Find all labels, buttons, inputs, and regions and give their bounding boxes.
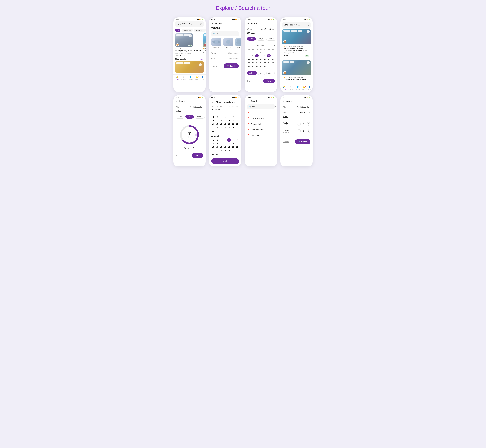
nav-mytrips-8[interactable]: 🧳 My trips [296, 86, 300, 90]
nav-profile[interactable]: 👤 Profile [201, 76, 204, 80]
nav-inbox-8[interactable]: 🔔 Inbox [302, 86, 305, 90]
new-badge: New [305, 55, 309, 56]
july-5-selected[interactable]: 5 [227, 138, 231, 142]
card-image-2: Beach ♥ S [203, 33, 206, 47]
nav-profile-8[interactable]: 👤 Profile [308, 86, 311, 90]
result-card-1[interactable]: Excursion Mountains Cities ♡ E ★ 5.0 (85… [282, 29, 311, 58]
tab-days-5[interactable]: Days [186, 115, 194, 119]
next-button-5[interactable]: Next [192, 153, 203, 158]
cal-day-7-selected[interactable]: 7 [255, 54, 259, 57]
days-picker: 7 days Starting July 1, 2025 Edit [173, 125, 206, 152]
days-handle[interactable] [195, 133, 197, 136]
when-row[interactable]: When Choose period [209, 50, 241, 56]
tab-flexible[interactable]: Flexible [266, 37, 276, 40]
day-options: Exact days + 1 day + 2 days [245, 70, 277, 77]
compass-icon-8: 🧭 [283, 86, 285, 88]
back-button-4[interactable]: ← [247, 22, 249, 25]
cal-prev[interactable]: ‹ [247, 44, 248, 46]
tab-flexible-5[interactable]: Flexible [195, 115, 205, 119]
popular-card[interactable]: Excursion Mountains ♥ [175, 61, 204, 73]
nav-wishlists-8[interactable]: ♡ Wishlists [288, 86, 293, 90]
result-card-2[interactable]: Beaches Cities ♡ O ★ 4.9 (605) Amalfi Co… [282, 60, 311, 83]
screen-header-4: ← Search [245, 21, 277, 26]
filter-button[interactable]: ⊞ [200, 23, 202, 25]
search-button-2[interactable]: 🔍 Search [224, 64, 239, 68]
back-button-7[interactable]: ← [283, 100, 285, 103]
who-row[interactable]: Who Add travelers [209, 56, 241, 61]
tag-excursion: Excursion [176, 34, 183, 36]
children-row: Children Ades 2-12 − 0 + [283, 127, 310, 135]
result-item-2[interactable]: 📍 Amalfi Coast, Italy [247, 116, 275, 121]
search-bar-results[interactable]: Amalfi Coast, Italy Jul 5-11 (2 days) • … [282, 22, 311, 28]
tab-beaches[interactable]: 🏖Beaches [181, 29, 193, 32]
modal-cal-headers: Mo Tu We Th Fr Sa Su [209, 105, 241, 107]
result-item-1[interactable]: 📍 Italy [247, 110, 275, 116]
days-circle[interactable]: 7 days [179, 125, 200, 145]
avatar-1: O [176, 43, 179, 46]
destination-input[interactable] [217, 33, 238, 35]
tab-mountains[interactable]: ⛰Mountains [194, 29, 206, 32]
apply-button[interactable]: Apply [211, 158, 239, 164]
adults-minus-btn[interactable]: − [297, 122, 301, 126]
status-bar-3: 09:25 ▮▮▮ 📶 🔋 [245, 95, 277, 99]
phone-screen-8: 09:25 ▮▮▮ 📶 🔋 Amalfi Coast, Italy Jul 5-… [280, 17, 313, 92]
clear-all-button[interactable]: Clear all [211, 65, 218, 67]
adults-plus-btn[interactable]: + [307, 122, 310, 126]
wishlist-btn-r1[interactable]: ♡ [307, 30, 310, 33]
result-item-3[interactable]: 📍 Florence, Italy [247, 121, 275, 127]
nav-wishlists[interactable]: ♡ Wishlists [181, 76, 186, 80]
tab-all[interactable]: All [175, 29, 180, 32]
edit-link[interactable]: Edit [196, 147, 198, 149]
result-item-4[interactable]: 📍 Lake Como, Italy [247, 127, 275, 132]
nav-inbox[interactable]: 🔔 Inbox [195, 76, 198, 80]
destination-search[interactable]: 🔍 [211, 31, 239, 36]
nav-mytrips[interactable]: 🧳 My trips [189, 76, 193, 80]
map-option-anywhere[interactable]: Anywhere [211, 38, 221, 48]
cal-next[interactable]: › [274, 44, 275, 46]
nav-explore[interactable]: 🧭 Explore [175, 76, 179, 80]
date-type-tabs: Dates Days Flexible [247, 37, 275, 40]
back-button-5[interactable]: ← [176, 100, 178, 103]
active-search-row[interactable]: 🔍 ✕ [247, 104, 275, 109]
status-bar-4: 09:25 ▮▮▮ 📶 🔋 [245, 17, 277, 21]
cal-day-10-selected[interactable]: 10 [267, 54, 271, 57]
modal-close-button[interactable]: ✕ [211, 101, 213, 104]
children-plus-btn[interactable]: + [307, 129, 310, 133]
clear-search-button[interactable]: ✕ [275, 106, 276, 108]
wishlist-button-1[interactable]: ♡ [189, 34, 192, 37]
see-all-link[interactable]: See all [199, 58, 204, 60]
map-option-europe[interactable]: Europe [223, 38, 233, 48]
back-button-2[interactable]: ← [211, 22, 214, 25]
status-bar-8: 09:25 ▮▮▮ 📶 🔋 [280, 17, 313, 21]
nav-explore-8[interactable]: 🧭 Explore [282, 86, 286, 90]
skip-button-4[interactable]: Skip [247, 80, 250, 82]
discount-badge-1: -18% [188, 45, 192, 46]
search-bar[interactable]: 🔍 Where to go? Choose period • Add trave… [175, 21, 204, 27]
location-icon-4: 📍 [247, 128, 250, 131]
result-item-5[interactable]: 📍 Milan, Italy [247, 132, 275, 138]
clear-all-button-7[interactable]: Clear all [283, 141, 289, 143]
tab-days[interactable]: Days [257, 37, 265, 40]
tour-card-2[interactable]: Beach ♥ S ★ 4.8 Sri Lanka... $1... [203, 33, 206, 56]
june-grid: 1 2 3 4 5 6 7 8 9 10 11 12 13 14 15 16 1… [211, 112, 239, 133]
plus-2-days-btn[interactable]: + 2 days [266, 71, 275, 75]
children-minus-btn[interactable]: − [297, 129, 301, 133]
compass-icon: 🧭 [175, 76, 178, 78]
filter-icon-results[interactable]: ⊞ [308, 24, 309, 26]
back-button-3[interactable]: ← [247, 100, 249, 103]
next-button-4[interactable]: Next [263, 79, 275, 83]
tab-dates[interactable]: Dates [247, 37, 256, 40]
location-icon-3: 📍 [247, 123, 250, 125]
plus-1-day-btn[interactable]: + 1 day [258, 71, 265, 75]
wishlist-btn-r2[interactable]: ♡ [307, 61, 310, 64]
map-option-northam[interactable]: North Am... [235, 38, 241, 48]
wishlist-popular[interactable]: ♥ [199, 63, 202, 66]
search-input-3[interactable] [252, 106, 274, 108]
exact-days-btn[interactable]: Exact days [247, 71, 257, 75]
search-icon: 🔍 [177, 23, 179, 25]
phone-screen-2: 09:25 ▮▮▮ 📶 🔋 ← Search Where 🔍 Anywher [209, 17, 241, 92]
tab-dates-5[interactable]: Dates [176, 115, 184, 119]
skip-button-5[interactable]: Skip [176, 154, 179, 156]
tour-card-1[interactable]: Excursion Mountains ♡ O -18% ★ 4.9 (572)… [175, 33, 202, 56]
search-button-7[interactable]: 🔍 Search [295, 139, 310, 144]
